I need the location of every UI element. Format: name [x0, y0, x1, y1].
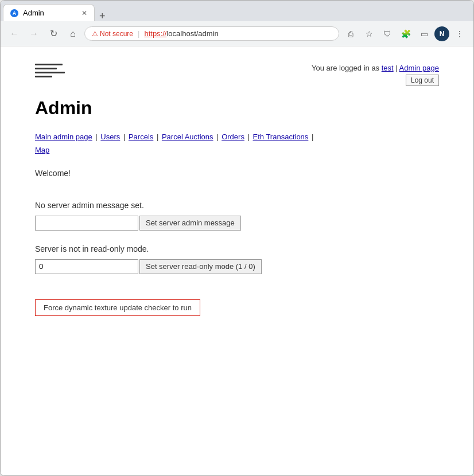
logged-in-text: You are logged in as test | Admin page [312, 64, 439, 72]
nav-link-parcel-auctions[interactable]: Parcel Auctions [162, 132, 213, 141]
set-message-row: Set server admin message [35, 216, 439, 231]
shield-icon[interactable]: 🛡 [379, 26, 395, 42]
tab-close-button[interactable]: ✕ [81, 9, 87, 17]
profile-avatar[interactable]: N [434, 26, 449, 41]
not-secure-label: Not secure [100, 30, 133, 38]
url-display: https://localhost/admin [144, 29, 218, 38]
nav-link-eth-transactions[interactable]: Eth Transactions [253, 132, 309, 141]
server-message-section: No server admin message set. Set server … [35, 201, 439, 231]
logo-line-4 [35, 76, 52, 77]
sidebar-icon[interactable]: ▭ [416, 26, 432, 42]
admin-nav-links: Main admin page | Users | Parcels | Parc… [35, 130, 439, 157]
more-options-icon[interactable]: ⋮ [452, 26, 468, 42]
back-button[interactable]: ← [6, 26, 22, 42]
security-warning: ⚠ Not secure [92, 30, 133, 38]
no-message-text: No server admin message set. [35, 201, 439, 210]
nav-bar: ← → ↻ ⌂ ⚠ Not secure | https://localhost… [1, 21, 473, 46]
home-button[interactable]: ⌂ [65, 26, 81, 42]
logo-line-2 [35, 68, 57, 69]
admin-page-link[interactable]: Admin page [399, 64, 439, 72]
force-run-button[interactable]: Force dynamic texture update checker to … [35, 299, 200, 316]
tab-favicon [10, 9, 18, 17]
nav-link-orders[interactable]: Orders [222, 132, 244, 141]
tab-title: Admin [23, 9, 44, 17]
readonly-status-text: Server is not in read-only mode. [35, 244, 439, 253]
new-tab-button[interactable]: + [95, 11, 110, 21]
url-secure-part: https:// [144, 29, 166, 38]
tab-bar: Admin ✕ + [1, 1, 473, 21]
address-bar[interactable]: ⚠ Not secure | https://localhost/admin [84, 26, 339, 41]
message-input[interactable] [35, 216, 138, 231]
readonly-input[interactable] [35, 259, 138, 274]
bookmark-icon[interactable]: ☆ [361, 26, 377, 42]
set-readonly-button[interactable]: Set server read-only mode (1 / 0) [139, 259, 262, 274]
share-icon[interactable]: ⎙ [343, 26, 359, 42]
nav-link-main-admin[interactable]: Main admin page [35, 132, 92, 141]
user-link[interactable]: test [382, 64, 394, 72]
reload-button[interactable]: ↻ [45, 26, 61, 42]
welcome-message: Welcome! [35, 169, 439, 178]
forward-button[interactable]: → [26, 26, 42, 42]
header-user-info: You are logged in as test | Admin page L… [312, 64, 439, 86]
extensions-icon[interactable]: 🧩 [398, 26, 414, 42]
site-logo [35, 64, 65, 77]
warning-triangle-icon: ⚠ [92, 30, 98, 38]
logout-button[interactable]: Log out [406, 75, 439, 86]
active-tab[interactable]: Admin ✕ [3, 4, 95, 21]
page-header: You are logged in as test | Admin page L… [35, 64, 439, 86]
nav-link-users[interactable]: Users [100, 132, 120, 141]
nav-link-parcels[interactable]: Parcels [129, 132, 153, 141]
address-separator: | [138, 29, 139, 38]
set-message-button[interactable]: Set server admin message [139, 216, 241, 231]
readonly-mode-section: Server is not in read-only mode. Set ser… [35, 244, 439, 274]
force-run-section: Force dynamic texture update checker to … [35, 288, 439, 316]
url-domain-part: localhost/admin [166, 29, 218, 38]
logo-line-3 [35, 72, 65, 73]
logo-line-1 [35, 64, 63, 65]
nav-link-map[interactable]: Map [35, 146, 49, 154]
page-title: Admin [35, 97, 439, 119]
nav-actions: ⎙ ☆ 🛡 🧩 ▭ N ⋮ [343, 26, 468, 42]
page-content: You are logged in as test | Admin page L… [1, 46, 473, 475]
set-readonly-row: Set server read-only mode (1 / 0) [35, 259, 439, 274]
